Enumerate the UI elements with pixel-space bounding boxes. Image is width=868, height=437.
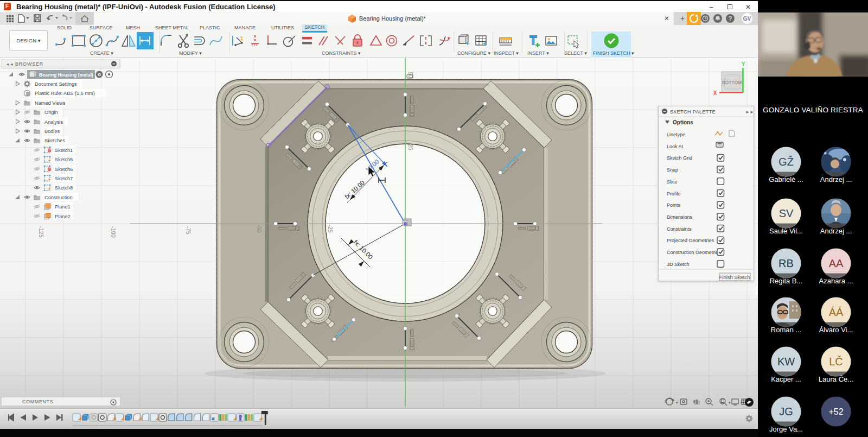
svg-text:-50: -50 <box>256 224 263 232</box>
svg-text:Sketch8: Sketch8 <box>55 185 73 191</box>
svg-text:LČ: LČ <box>829 356 843 368</box>
svg-text:Dimensions: Dimensions <box>667 214 693 220</box>
svg-text:Sketch5: Sketch5 <box>55 157 73 162</box>
svg-text:Kacper ...: Kacper ... <box>771 375 801 383</box>
svg-text:Bearing Housing (metal): Bearing Housing (metal) <box>39 72 93 78</box>
svg-text:GŽ: GŽ <box>778 156 794 168</box>
svg-text:KW: KW <box>777 356 795 368</box>
svg-text:Sketch Grid: Sketch Grid <box>667 155 692 161</box>
svg-text:-75: -75 <box>185 226 192 234</box>
svg-text:Gabrielė ...: Gabrielė ... <box>769 175 803 183</box>
svg-text:Linetype: Linetype <box>667 132 685 137</box>
svg-text:+52: +52 <box>828 407 843 416</box>
svg-text:X: X <box>713 90 717 96</box>
svg-text:SKETCH PALETTE: SKETCH PALETTE <box>670 109 716 115</box>
svg-text:Sketch6: Sketch6 <box>55 167 73 172</box>
svg-text:Y: Y <box>742 61 745 67</box>
svg-text:Sketches: Sketches <box>44 138 65 143</box>
svg-text:SV: SV <box>779 207 794 219</box>
svg-text:Slice: Slice <box>667 179 678 185</box>
svg-text:BROWSER: BROWSER <box>15 61 43 67</box>
svg-text:Points: Points <box>667 202 681 208</box>
svg-text:G: G <box>98 72 101 77</box>
svg-text:?: ? <box>729 15 732 22</box>
svg-text:◄◄: ◄◄ <box>5 62 14 67</box>
svg-text:✕: ✕ <box>664 15 669 22</box>
svg-text:Jorge Va...: Jorge Va... <box>769 425 803 433</box>
svg-text:►►: ►► <box>745 110 754 115</box>
svg-text:Bodies: Bodies <box>44 129 60 134</box>
svg-text:Finish Sketch: Finish Sketch <box>719 274 750 280</box>
svg-text:AA: AA <box>829 257 844 269</box>
svg-text:Andrzej ...: Andrzej ... <box>820 175 852 183</box>
svg-text:Saulė Vil...: Saulė Vil... <box>769 227 803 235</box>
svg-text:▾: ▾ <box>676 401 678 404</box>
svg-text:Regita B...: Regita B... <box>770 277 803 285</box>
svg-text:Laura Če...: Laura Če... <box>819 375 853 383</box>
svg-text:Projected Geometries: Projected Geometries <box>667 238 714 243</box>
svg-text:3D Sketch: 3D Sketch <box>667 262 690 267</box>
svg-text:Álvaro Vi...: Álvaro Vi... <box>819 326 853 334</box>
svg-text:Constraints: Constraints <box>667 226 692 232</box>
svg-text:-25: -25 <box>327 224 334 232</box>
svg-text:Andrzej ...: Andrzej ... <box>820 227 852 235</box>
svg-text:Bearing Housing (metal)*: Bearing Housing (metal)* <box>359 15 426 22</box>
svg-text:Sketch1: Sketch1 <box>55 148 73 153</box>
svg-text:▾: ▾ <box>729 401 731 404</box>
svg-text:Named Views: Named Views <box>35 100 66 106</box>
svg-text:Origin: Origin <box>44 110 58 115</box>
svg-text:-100: -100 <box>110 226 117 237</box>
svg-text:Profile: Profile <box>667 191 681 197</box>
svg-text:Construction: Construction <box>44 195 73 200</box>
svg-text:Roman ...: Roman ... <box>771 326 801 334</box>
svg-text:-125: -125 <box>38 226 44 237</box>
svg-text:+: + <box>680 14 685 23</box>
svg-text:JG: JG <box>779 406 793 417</box>
svg-text:Plane1: Plane1 <box>55 204 71 210</box>
svg-text:GV: GV <box>743 16 751 22</box>
svg-text:Snap: Snap <box>667 167 678 173</box>
svg-text:ÁÁ: ÁÁ <box>829 306 844 318</box>
svg-text:Azahara ...: Azahara ... <box>819 277 853 285</box>
svg-text:Sketch7: Sketch7 <box>55 176 73 181</box>
svg-text:Options: Options <box>673 119 693 125</box>
svg-text:Document Settings: Document Settings <box>35 81 77 87</box>
svg-text:Look At: Look At <box>667 144 684 149</box>
svg-text:25: 25 <box>407 144 414 150</box>
svg-text:RB: RB <box>778 257 794 269</box>
svg-text:BOTTOM: BOTTOM <box>722 80 742 85</box>
svg-text:Plastic Rule: ABS (1,5 mm): Plastic Rule: ABS (1,5 mm) <box>35 91 95 96</box>
svg-text:Analysis: Analysis <box>44 119 63 125</box>
svg-text:Construction Geometries: Construction Geometries <box>667 250 721 255</box>
svg-text:Plane2: Plane2 <box>55 214 71 219</box>
